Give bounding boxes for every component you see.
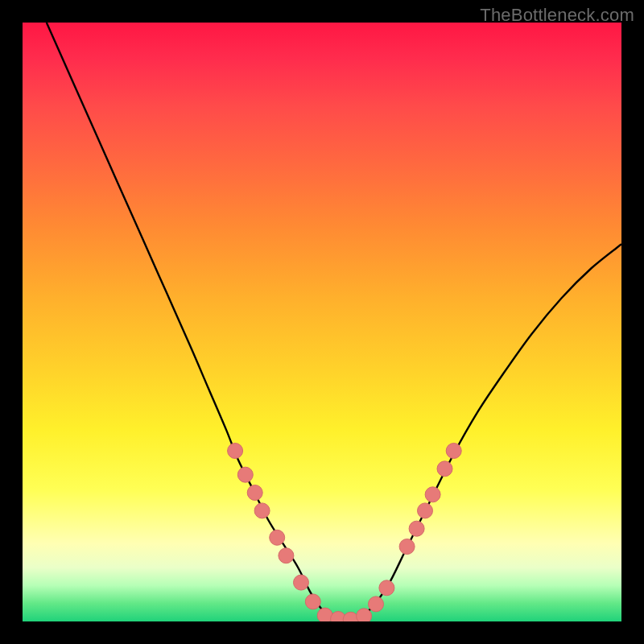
marker-dot	[446, 444, 461, 459]
marker-dot	[228, 444, 243, 459]
plot-area	[23, 23, 621, 621]
marker-dot	[305, 594, 320, 609]
marker-dot	[294, 575, 309, 590]
marker-dot	[270, 530, 285, 545]
marker-dot	[425, 487, 440, 502]
marker-dot	[399, 539, 415, 555]
marker-dot	[279, 548, 294, 564]
watermark-text: TheBottleneck.com	[480, 5, 634, 26]
marker-dot	[418, 503, 433, 518]
marker-dot	[357, 609, 372, 621]
marker-dot	[379, 580, 394, 596]
marker-dot	[237, 467, 253, 482]
marker-dot	[254, 503, 270, 518]
marker-dot	[247, 485, 262, 501]
marker-dot	[409, 521, 424, 536]
marker-group	[228, 444, 462, 622]
chart-overlay	[23, 23, 621, 621]
marker-dot	[437, 461, 452, 477]
marker-dot	[369, 597, 384, 612]
chart-frame: TheBottleneck.com	[0, 0, 644, 644]
bottleneck-curve	[47, 23, 621, 621]
